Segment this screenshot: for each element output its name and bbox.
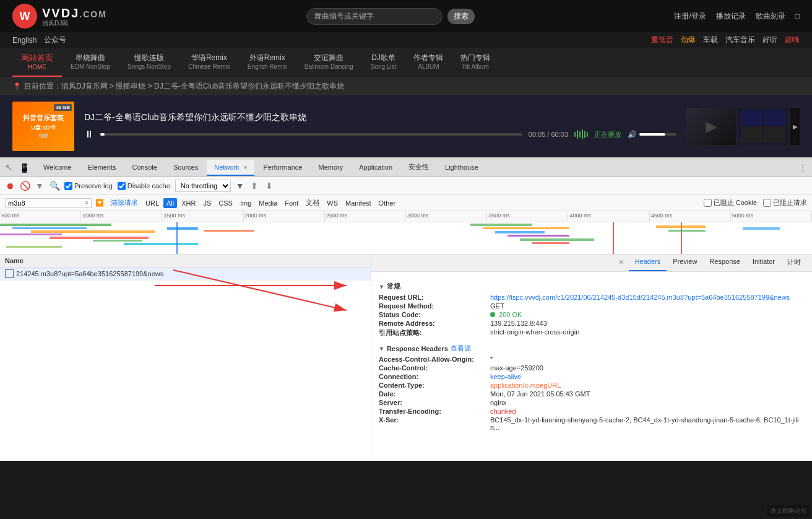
tab-lighthouse[interactable]: Lighthouse [438, 160, 486, 176]
table-row[interactable]: 214245.m3u8?upt=5a64be351625587199&news [0, 268, 371, 281]
filter-css[interactable]: CSS [215, 198, 236, 208]
upload-btn[interactable]: ⬆ [249, 181, 259, 191]
filter-chevron[interactable]: 🔽 [95, 199, 104, 207]
tag-super[interactable]: 超嗨 [785, 35, 800, 45]
nav-english-remix[interactable]: 外语Remix English Remix [239, 48, 296, 77]
dtab-response[interactable]: Response [703, 255, 746, 271]
burn-songs[interactable]: 歌曲刻录 [756, 11, 785, 22]
filter-input[interactable] [8, 199, 85, 207]
acao-row: Access-Control-Allow-Origin: * [379, 355, 805, 363]
filter-manifest[interactable]: Manifest [342, 198, 374, 208]
dtab-preview[interactable]: Preview [667, 255, 703, 271]
content-type-row: Content-Type: application/x-mpegURL [379, 382, 805, 389]
volume-icon[interactable]: 🔊 [628, 130, 637, 139]
nav-hot-album[interactable]: 热门专辑 Hit Album [452, 48, 499, 77]
volume-control: 🔊 [628, 130, 676, 139]
dtab-initiator[interactable]: Initiator [746, 255, 781, 271]
details-close-btn[interactable]: × [613, 255, 628, 271]
nav-songs[interactable]: 慢歌连版 Songs NonStop [119, 48, 179, 77]
tab-console[interactable]: Console [125, 160, 165, 176]
more-btn[interactable]: □ [795, 12, 800, 20]
tag-car-music[interactable]: 汽车音乐 [725, 35, 755, 45]
search-box[interactable]: 舞曲编号或关键字 [306, 8, 443, 25]
filter-all[interactable]: All [163, 198, 177, 208]
acao-label: Access-Control-Allow-Origin: [379, 355, 490, 363]
tab-network-close[interactable]: × [244, 164, 248, 171]
date-row: Date: Mon, 07 Jun 2021 05:05:43 GMT [379, 390, 805, 398]
filter-button[interactable]: ▼ [35, 181, 45, 191]
devtools-cursor-icon[interactable]: ↖ [5, 162, 13, 173]
play-pause-button[interactable]: ⏸ [84, 129, 94, 140]
filter-xhr[interactable]: XHR [178, 198, 199, 208]
search-button-devtools[interactable]: 🔍 [50, 181, 59, 191]
throttle-select[interactable]: No throttling [175, 180, 231, 192]
tab-application[interactable]: Application [352, 160, 400, 176]
download-btn[interactable]: ⬇ [264, 181, 274, 191]
search-button[interactable]: 搜索 [447, 9, 475, 24]
remote-address-label: Remote Address: [379, 320, 490, 327]
clear-button[interactable]: 🚫 [20, 181, 30, 191]
nav-songlist[interactable]: DJ歌单 Song List [362, 48, 405, 77]
filter-input-wrap[interactable]: × [5, 198, 92, 208]
register-login[interactable]: 注册/登录 [674, 11, 706, 22]
block-request-text: 已阻止请求 [773, 198, 807, 207]
filter-clear-btn[interactable]: × [85, 199, 89, 206]
general-section-title[interactable]: 常规 [379, 282, 805, 291]
filter-font[interactable]: Font [282, 198, 301, 208]
tab-elements[interactable]: Elements [80, 160, 124, 176]
tag-car[interactable]: 车载 [703, 35, 718, 45]
throttle-dropdown-icon[interactable]: ▼ [236, 181, 244, 191]
nav-ballroom[interactable]: 交谊舞曲 Ballroom Dancing [296, 48, 362, 77]
svg-rect-15 [495, 231, 545, 233]
devtools-more-btn[interactable]: ⋮ [798, 163, 807, 173]
thumbnail-2[interactable] [738, 108, 788, 145]
tab-memory[interactable]: Memory [311, 160, 350, 176]
website-header: W VVDJ.COM 清风DJ网 舞曲编号或关键字 搜索 注册/登录 播放记录 … [0, 0, 812, 157]
filter-ws[interactable]: WS [324, 198, 341, 208]
devtools-device-icon[interactable]: 📱 [19, 163, 30, 173]
svg-rect-14 [483, 227, 569, 229]
nav-chinese-remix[interactable]: 华语Remix Chinese Remix [179, 48, 239, 77]
remote-address-row: Remote Address: 139.215.132.8:443 [379, 320, 805, 327]
tab-network[interactable]: Network × [207, 160, 254, 176]
tab-performance[interactable]: Performance [256, 160, 309, 176]
filter-js[interactable]: JS [200, 198, 214, 208]
nav-edm[interactable]: 串烧舞曲 EDM NonStop [62, 48, 119, 77]
filter-other[interactable]: Other [376, 198, 399, 208]
volume-bar[interactable] [639, 133, 676, 136]
preserve-log-checkbox[interactable] [64, 182, 72, 190]
play-history[interactable]: 播放记录 [716, 11, 746, 22]
disable-cache-label[interactable]: Disable cache [118, 182, 170, 190]
disable-cache-checkbox[interactable] [118, 182, 126, 190]
tag-bass[interactable]: 重低音 [651, 35, 673, 45]
thumbnail-1[interactable]: ▶ [686, 108, 736, 145]
record-button[interactable]: ⏺ [5, 181, 15, 191]
nav-home[interactable]: 网站首页 HOME [12, 48, 62, 77]
block-request-checkbox[interactable] [763, 199, 771, 207]
block-request-label[interactable]: 已阻止请求 [763, 198, 807, 207]
dtab-headers[interactable]: Headers [629, 255, 667, 271]
tab-security[interactable]: 安全性 [401, 159, 436, 177]
tag-nice[interactable]: 好听 [762, 35, 777, 45]
nav-album[interactable]: 作者专辑 ALBUM [405, 48, 452, 77]
thumbnail-3[interactable]: ▶ [790, 108, 800, 145]
progress-bar[interactable] [100, 133, 522, 136]
preserve-log-label[interactable]: Preserve log [64, 182, 113, 190]
response-headers-section-title[interactable]: Response Headers 查看源 [379, 344, 805, 353]
request-url-value[interactable]: https://tspc.vvvdj.com/c1/2021/06/214245… [490, 294, 790, 301]
block-cookie-label[interactable]: 已阻止 Cookie [704, 198, 757, 207]
network-bars [0, 222, 812, 255]
tab-sources[interactable]: Sources [166, 160, 205, 176]
filter-clear-requests[interactable]: 清除请求 [108, 197, 141, 209]
tab-welcome[interactable]: Welcome [36, 160, 79, 176]
filter-img[interactable]: Img [237, 198, 254, 208]
block-cookie-checkbox[interactable] [704, 199, 712, 207]
view-source-link[interactable]: 查看源 [451, 344, 471, 353]
tag-energetic[interactable]: 劲爆 [681, 35, 696, 45]
filter-doc[interactable]: 文档 [303, 197, 322, 209]
english-link[interactable]: English [12, 36, 37, 45]
filter-media[interactable]: Media [256, 198, 280, 208]
wechat-link[interactable]: 公众号 [44, 35, 66, 45]
dtab-timing[interactable]: 计时 [781, 255, 807, 271]
filter-url[interactable]: URL [142, 198, 162, 208]
